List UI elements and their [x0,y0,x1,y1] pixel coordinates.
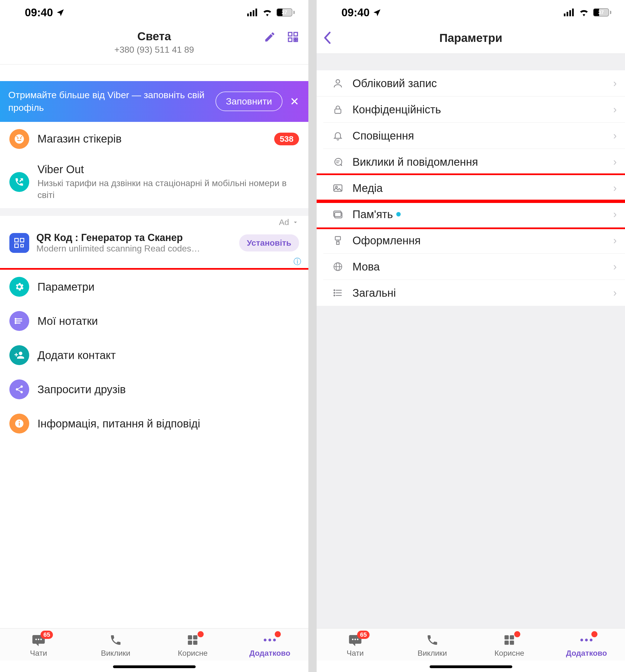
svg-rect-3 [255,8,257,16]
signal-icon [564,8,575,16]
tab-calls[interactable]: Виклики [77,633,154,658]
svg-rect-64 [505,641,509,645]
svg-point-36 [273,639,276,641]
tab-chats-badge: 65 [41,631,53,639]
bell-icon [331,129,344,142]
ad-row[interactable]: QR Код : Генератор та Сканер Modern unli… [0,227,308,256]
svg-rect-17 [21,244,23,247]
battery-icon: 37 [276,8,295,17]
tab-chats[interactable]: 65 Чати [317,633,394,658]
svg-rect-6 [289,38,292,42]
ad-info-icon[interactable]: ⓘ [0,256,308,270]
tab-useful-dot [514,631,520,637]
svg-rect-2 [253,10,254,16]
viberout-label: Viber Out [38,163,299,176]
row-info[interactable]: Інформація, питання й відповіді [0,406,308,441]
tab-more[interactable]: Додатково [548,633,625,658]
row-add-contact[interactable]: Додати контакт [0,338,308,372]
row-privacy[interactable]: Конфіденційність › [323,97,625,123]
svg-point-35 [268,639,271,641]
row-storage[interactable]: Пам'ять › [317,201,625,227]
svg-point-57 [334,292,335,293]
sticker-badge: 538 [274,133,299,145]
tab-calls-label: Виклики [418,649,447,658]
home-indicator[interactable] [113,665,196,668]
sticker-icon [14,134,25,144]
svg-rect-15 [20,238,24,242]
tab-calls[interactable]: Виклики [394,633,471,658]
svg-rect-63 [510,635,514,640]
home-indicator[interactable] [430,665,512,668]
svg-point-23 [15,322,16,324]
chevron-down-icon[interactable] [292,219,299,226]
svg-rect-4 [289,32,292,36]
row-viber-out[interactable]: Viber Out Низькі тарифи на дзвінки на ст… [0,156,308,208]
nav-header: Параметри [317,25,625,54]
row-my-notes[interactable]: Мої нотатки [0,304,308,338]
chevron-right-icon: › [613,156,617,168]
svg-rect-7 [294,38,296,40]
tab-useful[interactable]: Корисне [154,633,231,658]
svg-point-61 [357,639,358,640]
profile-phone: +380 (93) 511 41 89 [115,45,194,55]
ad-install-button[interactable]: Установіть [239,234,299,251]
svg-rect-65 [510,641,514,645]
profile-banner: Отримайте більше від Viber — заповніть с… [0,81,308,122]
row-calls-messages[interactable]: Виклики й повідомлення › [323,149,625,175]
svg-rect-14 [15,238,19,242]
row-settings[interactable]: Параметри [0,268,308,306]
svg-point-66 [580,639,583,641]
tab-useful[interactable]: Корисне [471,633,548,658]
edit-icon[interactable] [264,31,276,43]
svg-rect-42 [335,109,341,113]
media-icon [331,182,344,194]
qr-icon[interactable] [287,31,299,43]
banner-close-icon[interactable]: ✕ [289,95,300,108]
divider [0,208,308,216]
back-button[interactable] [323,31,331,44]
signal-icon [247,8,258,16]
row-appearance[interactable]: Оформлення › [323,227,625,254]
storage-dot [396,212,401,216]
svg-rect-49 [335,237,341,240]
row-notifications[interactable]: Сповіщення › [323,123,625,149]
svg-rect-37 [564,14,566,16]
account-icon [331,77,344,90]
svg-point-28 [38,639,39,640]
battery-icon: 37 [593,8,611,17]
tab-useful-label: Корисне [494,649,524,658]
row-media[interactable]: Медіа › [317,175,625,201]
banner-fill-button[interactable]: Заповнити [216,92,282,111]
tab-useful-dot [198,631,204,637]
svg-rect-62 [505,635,509,640]
row-general[interactable]: Загальні › [323,280,625,306]
ad-sub: Modern unlimited scanning Read codes… [36,243,232,254]
add-contact-icon [14,350,25,360]
chevron-right-icon: › [613,209,617,220]
info-label: Інформація, питання й відповіді [38,417,299,430]
tab-chats[interactable]: 65 Чати [0,633,77,658]
svg-rect-16 [15,244,19,247]
svg-rect-39 [569,10,571,16]
notes-icon [14,316,24,326]
svg-point-22 [15,320,16,321]
svg-point-41 [336,80,340,83]
globe-icon [331,260,344,273]
account-label: Обліковий запис [352,77,605,90]
svg-point-56 [334,290,335,291]
svg-rect-38 [567,12,568,16]
status-time: 09:40 [25,6,53,19]
svg-rect-0 [247,14,249,16]
tab-more[interactable]: Додатково [231,633,308,658]
tab-useful-label: Корисне [178,649,207,658]
tab-more-dot [275,631,281,637]
row-invite-friends[interactable]: Запросити друзів [0,372,308,406]
svg-point-58 [334,295,335,296]
storage-icon [331,208,344,221]
row-account[interactable]: Обліковий запис › [317,70,625,97]
media-label: Медіа [352,182,605,194]
row-sticker-store[interactable]: Магазин стікерів 538 [0,122,308,156]
status-bar: 09:40 37 [0,0,308,25]
gear-icon [14,282,25,292]
row-language[interactable]: Мова › [323,254,625,280]
